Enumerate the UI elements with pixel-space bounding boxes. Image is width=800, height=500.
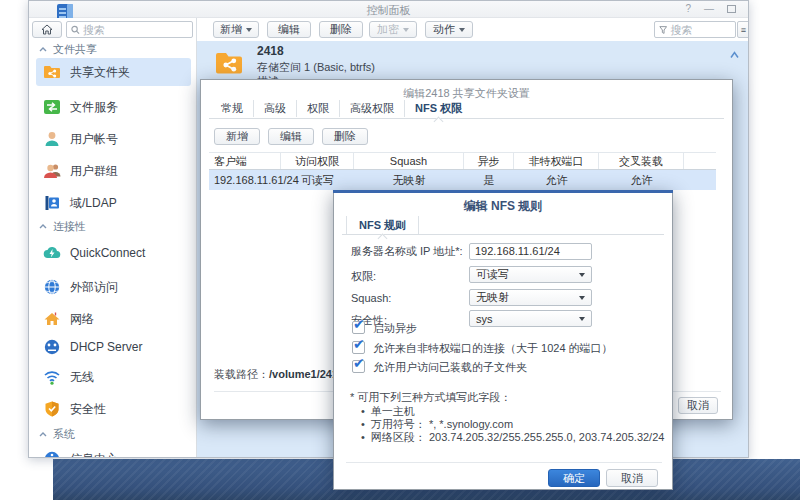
squash-select[interactable]: 无映射 (469, 289, 592, 306)
nfs-rule-row[interactable]: 192.168.11.61/24 可读写 无映射 是 允许 允许 (209, 170, 716, 190)
col-async[interactable]: 异步 (464, 153, 514, 169)
dsm-desktop: 控制面板 ? — (0, 0, 800, 500)
sidebar-item-domain-ldap[interactable]: 域/LDAP (36, 189, 191, 217)
external-access-icon (43, 278, 61, 296)
sidebar-item-security[interactable]: 安全性 (36, 395, 191, 423)
cell-crossmnt: 允许 (599, 170, 684, 190)
window-titlebar[interactable]: 控制面板 ? — (29, 1, 748, 18)
chevron-down-icon (459, 28, 465, 32)
chevron-up-icon (39, 224, 47, 229)
sidebar-item-quickconnect[interactable]: QuickConnect (36, 239, 191, 267)
tabs-divider (342, 234, 664, 235)
checkbox-enable-async[interactable]: ✔ 启动异步 (352, 321, 417, 335)
dhcp-server-icon (43, 338, 61, 356)
network-icon (43, 310, 61, 328)
sidebar-item-network[interactable]: 网络 (36, 305, 191, 333)
col-crossmnt[interactable]: 交叉装载 (599, 153, 684, 169)
tabs-divider (209, 118, 724, 119)
home-icon (41, 24, 53, 35)
chevron-down-icon (579, 296, 585, 300)
sidebar-section-system[interactable]: 系统 (39, 427, 75, 442)
sidebar-item-info-center[interactable]: 信息中心 (36, 445, 191, 458)
sidebar-search[interactable] (66, 21, 193, 38)
chevron-down-icon (579, 273, 585, 277)
tab-nfs-permissions[interactable]: NFS 权限 (405, 100, 472, 117)
nfs-table-header: 客户端 访问权限 Squash 异步 非特权端口 交叉装载 (209, 152, 716, 170)
edit-button[interactable]: 编辑 (267, 21, 311, 38)
sidebar: 文件共享 共享文件夹 文件服务 (29, 18, 197, 458)
nfs-edit-button[interactable]: 编辑 (268, 128, 314, 145)
cell-async: 是 (464, 170, 514, 190)
view-mode-button[interactable]: ≡ (737, 21, 749, 38)
folder-item-name[interactable]: 2418 (257, 44, 284, 58)
filter-search[interactable] (654, 21, 736, 38)
cell-access: 可读写 (281, 170, 354, 190)
sidebar-section-connectivity[interactable]: 连接性 (39, 219, 86, 234)
hostname-input[interactable] (469, 243, 592, 260)
delete-button[interactable]: 删除 (319, 21, 363, 38)
sidebar-item-user-group[interactable]: 用户群组 (36, 157, 191, 185)
checkbox-allow-subfolder-access[interactable]: ✔ 允许用户访问已装载的子文件夹 (352, 360, 527, 374)
cell-client: 192.168.11.61/24 (209, 170, 281, 190)
nfs-rule-ok-button[interactable]: 确定 (548, 469, 600, 487)
checkbox-icon: ✔ (352, 341, 365, 354)
footnote-network-segment: 网络区段： 203.74.205.32/255.255.255.0, 203.7… (361, 430, 664, 445)
tab-nfs-rule[interactable]: NFS 规则 (346, 216, 419, 234)
hostname-label: 服务器名称或 IP 地址*: (351, 244, 463, 259)
nfs-permissions-table: 客户端 访问权限 Squash 异步 非特权端口 交叉装载 192.168.11… (209, 152, 716, 190)
maximize-button[interactable] (727, 5, 736, 13)
sidebar-item-dhcp-server[interactable]: DHCP Server (36, 333, 191, 361)
col-access[interactable]: 访问权限 (281, 153, 354, 169)
sidebar-search-input[interactable] (83, 24, 188, 36)
footer-separator (346, 462, 662, 463)
home-button[interactable] (32, 21, 62, 38)
filter-search-input[interactable] (670, 24, 731, 36)
nfs-add-button[interactable]: 新增 (214, 128, 260, 145)
tab-permissions[interactable]: 权限 (297, 100, 340, 117)
nfs-delete-button[interactable]: 删除 (322, 128, 368, 145)
help-button[interactable]: ? (685, 4, 691, 14)
window-title: 控制面板 (29, 3, 748, 18)
dialog-nfs-rule: 编辑 NFS 规则 NFS 规则 服务器名称或 IP 地址*: 权限: 可读写 … (333, 190, 673, 490)
sidebar-section-file-sharing[interactable]: 文件共享 (39, 42, 97, 57)
chevron-up-icon (39, 47, 47, 52)
privilege-label: 权限: (351, 269, 376, 284)
shared-folder-item-icon (214, 48, 244, 78)
col-client[interactable]: 客户端 (209, 153, 281, 169)
checkbox-icon: ✔ (352, 321, 365, 334)
nfs-rule-cancel-button[interactable]: 取消 (606, 469, 658, 487)
footnote-title: * 可用下列三种方式填写此字段： (350, 390, 511, 405)
active-tab-notch (377, 234, 387, 244)
folder-settings-cancel-button[interactable]: 取消 (678, 397, 718, 414)
tab-advanced[interactable]: 高级 (254, 100, 297, 117)
folder-item-storage: 存储空间 1 (Basic, btrfs) (257, 60, 375, 75)
add-button[interactable]: 新增 (213, 21, 259, 38)
collapse-item-icon[interactable] (730, 51, 739, 59)
sidebar-item-external-access[interactable]: 外部访问 (36, 273, 191, 301)
col-nonpriv-port[interactable]: 非特权端口 (514, 153, 599, 169)
user-group-icon (43, 162, 61, 180)
shared-folder-icon (43, 63, 61, 81)
encrypt-button: 加密 (369, 21, 417, 38)
tab-general[interactable]: 常规 (211, 100, 254, 117)
sidebar-item-shared-folder[interactable]: 共享文件夹 (36, 58, 191, 86)
tab-advanced-permissions[interactable]: 高级权限 (340, 100, 405, 117)
funnel-icon (659, 25, 667, 35)
col-extra (684, 153, 716, 169)
checkbox-icon: ✔ (352, 360, 365, 373)
dialog-folder-settings-title: 编辑2418 共享文件夹设置 (201, 86, 732, 101)
sidebar-item-user-account[interactable]: 用户帐号 (36, 125, 191, 153)
checkbox-allow-nonpriv-ports[interactable]: ✔ 允许来自非特权端口的连接（大于 1024 的端口） (352, 341, 613, 355)
col-squash[interactable]: Squash (354, 153, 464, 169)
chevron-down-icon (403, 28, 409, 32)
wireless-icon (43, 368, 61, 386)
minimize-button[interactable]: — (704, 4, 714, 14)
action-button[interactable]: 动作 (425, 21, 473, 38)
dialog-nfs-rule-title: 编辑 NFS 规则 (334, 198, 672, 215)
sidebar-item-wireless[interactable]: 无线 (36, 363, 191, 391)
security-select[interactable]: sys (469, 310, 592, 327)
chevron-down-icon (246, 28, 252, 32)
quickconnect-icon (43, 244, 61, 262)
privilege-select[interactable]: 可读写 (469, 266, 592, 283)
sidebar-item-file-services[interactable]: 文件服务 (36, 93, 191, 121)
